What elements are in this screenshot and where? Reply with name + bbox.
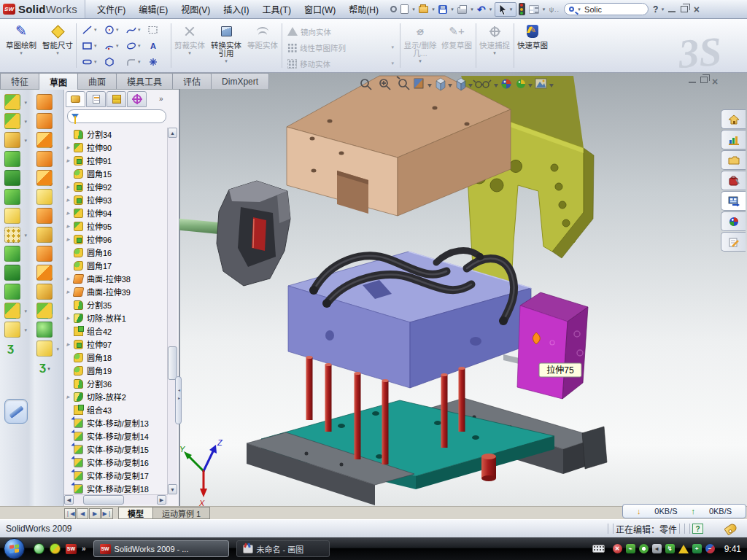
scroll-thumb-h[interactable] — [83, 495, 124, 505]
tree-item[interactable]: 分割36 — [64, 377, 168, 390]
polygon-icon[interactable] — [102, 54, 124, 70]
toolbar-icon[interactable] — [36, 322, 53, 338]
tree-item[interactable]: 实体-移动/复制15 — [64, 443, 168, 456]
messenger-icon[interactable] — [34, 543, 44, 554]
menu-file[interactable]: 文件(F) — [91, 1, 131, 18]
antivirus-icon[interactable]: ✕ — [613, 544, 622, 553]
view-palette-tab[interactable] — [721, 191, 746, 211]
motion-study-tab[interactable]: 运动算例 1 — [152, 507, 210, 519]
ring-icon[interactable] — [639, 544, 649, 553]
toolbox-tab[interactable] — [721, 171, 746, 190]
tree-item[interactable]: 拉伸93 — [64, 193, 168, 206]
close-button[interactable]: × — [690, 4, 703, 15]
toolbar-icon[interactable] — [36, 132, 53, 148]
spline-tool-icon[interactable]: ʒ — [39, 359, 46, 374]
custom-properties-tab[interactable] — [721, 232, 746, 252]
menu-window[interactable]: 窗口(W) — [298, 1, 341, 18]
featuremanager-tab[interactable] — [66, 91, 85, 107]
line-icon[interactable]: ▾ — [80, 22, 102, 38]
tree-item[interactable]: 圆角18 — [64, 351, 168, 364]
tree-item[interactable]: 分割34 — [64, 128, 168, 141]
model-canvas[interactable]: Y Z X 拉伸75 — [179, 73, 747, 506]
tab-evaluate[interactable]: 评估 — [172, 73, 212, 89]
minimize-button[interactable] — [665, 4, 678, 15]
tree-item[interactable]: 拉伸92 — [64, 180, 168, 193]
panel-expand-chevron[interactable]: » — [159, 91, 163, 107]
ball-blue-red-icon[interactable]: − — [705, 544, 715, 553]
select-icon[interactable]: ▾ — [495, 2, 516, 17]
toolbar-icon[interactable]: ▾ — [4, 303, 20, 319]
tree-item[interactable]: 曲面-拉伸38 — [64, 272, 168, 285]
point-icon[interactable] — [146, 54, 168, 70]
tree-item[interactable]: 圆角16 — [64, 246, 168, 259]
save-icon[interactable] — [437, 2, 449, 17]
ball-icon[interactable] — [50, 543, 61, 554]
toolbar-icon[interactable] — [36, 303, 53, 319]
filter-box[interactable] — [67, 109, 166, 123]
model-tab[interactable]: 模型 — [118, 507, 153, 519]
tree-item[interactable]: 圆角19 — [64, 364, 168, 377]
shield-lightning-icon[interactable]: ⌁ — [626, 544, 635, 553]
toolbar-icon[interactable] — [36, 246, 53, 262]
offset-ent-button[interactable]: 等距实体 — [247, 22, 279, 70]
doc-minimize-button[interactable] — [689, 76, 696, 88]
text-icon[interactable]: A — [146, 38, 168, 54]
rectangle-icon[interactable]: ▾ — [80, 38, 102, 54]
measure-tool-button[interactable] — [4, 399, 28, 424]
restore-button[interactable] — [678, 4, 690, 15]
warning-icon[interactable] — [678, 545, 689, 553]
tab-surfaces[interactable]: 曲面 — [77, 73, 117, 89]
tree-item[interactable]: 切除-放样2 — [64, 390, 168, 403]
doc-close-button[interactable]: × — [712, 76, 718, 88]
tree-item[interactable]: 实体-移动/复制18 — [64, 482, 168, 494]
toolbar-icon[interactable] — [4, 208, 20, 224]
start-button[interactable] — [4, 538, 25, 559]
shield-plus-icon[interactable]: + — [692, 544, 702, 553]
toolbar-icon[interactable]: ▾ — [4, 227, 20, 243]
next-tab-button[interactable]: ▶ — [89, 508, 101, 519]
magenta-block[interactable] — [517, 292, 588, 399]
toolbar-icon[interactable] — [4, 246, 20, 262]
doc-restore-button[interactable] — [700, 76, 708, 88]
last-tab-button[interactable]: ▶❘ — [101, 508, 113, 519]
move-ent-button[interactable]: 移动实体▾ — [287, 57, 394, 70]
tree-item[interactable]: 圆角15 — [64, 167, 168, 180]
arc-icon[interactable]: ▾ — [102, 38, 124, 54]
propertymanager-tab[interactable] — [86, 91, 106, 107]
speaker-icon[interactable]: ◂ — [652, 544, 662, 553]
toolbar-icon[interactable] — [36, 189, 53, 205]
trim-ent-button[interactable]: 剪裁实体▾ — [174, 22, 206, 70]
options-icon[interactable] — [527, 2, 541, 17]
sketch-fillet-icon[interactable]: ▾ — [124, 54, 146, 70]
taskbar-window-paint[interactable]: 未命名 - 画图 — [236, 540, 330, 557]
dimxpertmanager-tab[interactable] — [127, 91, 147, 107]
ellipse-icon[interactable]: ▾ — [124, 38, 146, 54]
scroll-down-button[interactable]: ▼ — [168, 484, 177, 494]
spline-icon[interactable]: ▾ — [124, 22, 146, 38]
rapid-sketch-button[interactable]: 快速草图 — [516, 22, 549, 70]
tree-item[interactable]: 实体-移动/复制14 — [64, 429, 168, 443]
quick-launch-chevron[interactable]: » — [82, 545, 86, 553]
tag-icon[interactable] — [724, 522, 738, 535]
gray-gripper-block[interactable] — [217, 181, 290, 286]
tree-item[interactable]: 拉伸96 — [64, 233, 168, 246]
tab-features[interactable]: 特征 — [0, 73, 39, 89]
tree-item[interactable]: 实体-移动/复制13 — [64, 416, 168, 429]
appearances-tab[interactable] — [721, 211, 746, 231]
convert-ent-button[interactable]: 转换实体引用▾ — [209, 22, 244, 70]
menu-view[interactable]: 视图(V) — [175, 1, 216, 18]
solidworks-icon[interactable]: SW — [66, 544, 77, 554]
pin-icon[interactable] — [389, 2, 398, 17]
display-delete-relations-button[interactable]: ⌀̶ 显示/删除几...▾ — [403, 22, 438, 70]
toolbar-icon[interactable] — [36, 151, 53, 167]
spline-tool-icon[interactable]: ʒ — [7, 341, 14, 355]
toolbar-icon[interactable] — [4, 284, 20, 300]
toolbar-icon[interactable]: ▾ — [4, 132, 20, 148]
menu-help[interactable]: 帮助(H) — [343, 1, 384, 18]
sync-icon[interactable]: ↯ — [665, 544, 675, 553]
toolbar-icon[interactable]: ▾ — [4, 113, 20, 129]
toolbar-icon[interactable]: ▾ — [4, 94, 20, 110]
toolbar-icon[interactable]: ▾ — [36, 341, 53, 357]
marquee-icon[interactable] — [146, 22, 168, 38]
quick-snaps-button[interactable]: 快速捕捉▾ — [479, 22, 511, 70]
